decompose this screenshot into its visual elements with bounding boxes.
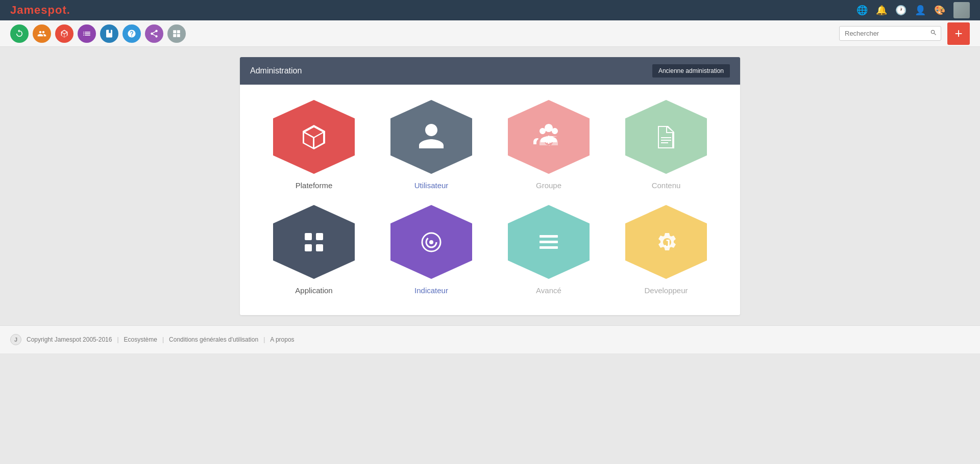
logo-text: Jamespot [10, 4, 67, 16]
app-logo[interactable]: Jamespot. [10, 4, 70, 17]
hex-bg-utilisateur [390, 100, 472, 174]
hexagon-plateforme [273, 100, 355, 174]
tile-groupe[interactable]: Groupe [495, 100, 602, 190]
footer-sep-1: | [117, 336, 118, 343]
svg-rect-1 [316, 233, 323, 240]
tile-plateforme-label: Plateforme [296, 181, 333, 190]
top-nav-right: 🌐 🔔 🕐 👤 🎨 [856, 2, 970, 18]
hexagon-groupe [508, 100, 590, 174]
hexagon-avance [508, 205, 590, 279]
logo-dot: . [67, 4, 70, 16]
search-button[interactable] [930, 29, 937, 38]
svg-rect-7 [540, 235, 558, 238]
svg-rect-0 [305, 233, 312, 240]
search-input[interactable] [839, 26, 941, 41]
avatar[interactable] [953, 2, 970, 18]
hexagon-indicateur [390, 205, 472, 279]
tile-contenu[interactable]: Contenu [612, 100, 720, 190]
tile-groupe-label: Groupe [536, 181, 561, 190]
hexagon-application [273, 205, 355, 279]
svg-text:J: J [664, 237, 670, 250]
palette-icon[interactable]: 🎨 [934, 5, 945, 16]
svg-rect-2 [305, 244, 312, 251]
nav-cube-btn[interactable] [55, 24, 74, 43]
hex-bg-contenu [625, 100, 707, 174]
tile-developpeur[interactable]: J Developpeur [612, 205, 720, 295]
document-icon [651, 122, 681, 152]
nav-users-btn[interactable] [33, 24, 51, 43]
hex-bg-avance [508, 205, 590, 279]
user-icon [416, 122, 447, 152]
svg-point-6 [429, 240, 433, 244]
tile-avance[interactable]: Avancé [495, 205, 602, 295]
hexagon-utilisateur [390, 100, 472, 174]
tile-application-label: Application [295, 286, 332, 295]
admin-header: Administration Ancienne administration [240, 57, 740, 85]
apps-icon [299, 227, 329, 257]
tile-developpeur-label: Developpeur [644, 286, 688, 295]
tile-indicateur-label: Indicateur [414, 286, 448, 295]
main-content-wrapper: Administration Ancienne administration P… [240, 57, 740, 315]
dev-icon: J [651, 227, 681, 257]
globe-icon[interactable]: 🌐 [856, 5, 868, 16]
bell-icon[interactable]: 🔔 [876, 5, 887, 16]
hexagon-developpeur: J [625, 205, 707, 279]
nav-list-btn[interactable] [78, 24, 96, 43]
lines-icon [533, 227, 564, 257]
footer-link-cgu[interactable]: Conditions générales d'utilisation [169, 336, 258, 343]
hex-bg-indicateur [390, 205, 472, 279]
tile-plateforme[interactable]: Plateforme [260, 100, 368, 190]
tile-application[interactable]: Application [260, 205, 368, 295]
hex-bg-developpeur: J [625, 205, 707, 279]
footer-sep-2: | [162, 336, 164, 343]
top-navigation: Jamespot. 🌐 🔔 🕐 👤 🎨 [0, 0, 980, 20]
footer-link-apropos[interactable]: A propos [270, 336, 294, 343]
admin-title: Administration [250, 66, 302, 75]
footer-copyright: Copyright Jamespot 2005-2016 [27, 336, 112, 343]
clock-icon[interactable]: 🕐 [895, 5, 906, 16]
tile-contenu-label: Contenu [652, 181, 681, 190]
nav-book-btn[interactable] [100, 24, 118, 43]
svg-rect-8 [540, 241, 558, 243]
admin-grid: Plateforme Utilisateur [240, 85, 740, 315]
nav-help-btn[interactable] [122, 24, 141, 43]
footer-logo: J [10, 334, 21, 345]
hex-bg-plateforme [273, 100, 355, 174]
tile-utilisateur-label: Utilisateur [414, 181, 449, 190]
footer: J Copyright Jamespot 2005-2016 | Ecosyst… [0, 325, 980, 353]
tile-utilisateur[interactable]: Utilisateur [378, 100, 485, 190]
secondary-navigation: + [0, 20, 980, 47]
tile-avance-label: Avancé [536, 286, 561, 295]
nav-share-btn[interactable] [145, 24, 163, 43]
footer-sep-3: | [263, 336, 265, 343]
admin-panel: Administration Ancienne administration P… [240, 57, 740, 315]
old-admin-button[interactable]: Ancienne administration [652, 64, 730, 78]
svg-rect-3 [316, 244, 323, 251]
hexagon-contenu [625, 100, 707, 174]
add-button[interactable]: + [947, 22, 970, 45]
svg-rect-9 [540, 246, 558, 249]
hex-bg-groupe [508, 100, 590, 174]
group-icon [533, 122, 564, 152]
gauge-icon [416, 227, 447, 257]
tile-indicateur[interactable]: Indicateur [378, 205, 485, 295]
nav-refresh-btn[interactable] [10, 24, 29, 43]
user-icon[interactable]: 👤 [915, 5, 926, 16]
search-container: + [839, 22, 970, 45]
footer-link-ecosysteme[interactable]: Ecosystème [124, 336, 157, 343]
hex-bg-application [273, 205, 355, 279]
nav-grid-btn[interactable] [167, 24, 186, 43]
cube-icon [299, 122, 329, 152]
